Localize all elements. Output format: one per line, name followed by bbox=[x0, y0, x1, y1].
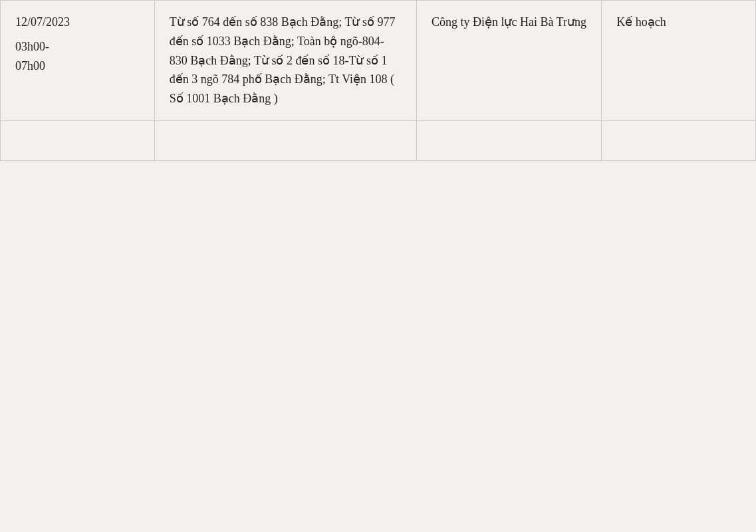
type-cell: Kế hoạch bbox=[602, 1, 756, 121]
company-value: Công ty Điện lực Hai Bà Trưng bbox=[432, 15, 586, 29]
company-cell: Công ty Điện lực Hai Bà Trưng bbox=[416, 1, 601, 121]
address-value: Từ số 764 đến số 838 Bạch Đằng; Từ số 97… bbox=[170, 15, 396, 105]
empty-cell-3 bbox=[416, 120, 601, 160]
time-value: 03h00-07h00 bbox=[15, 37, 140, 76]
table-row: 12/07/2023 03h00-07h00 Từ số 764 đến số … bbox=[1, 1, 756, 121]
empty-cell-2 bbox=[154, 120, 416, 160]
date-value: 12/07/2023 bbox=[15, 13, 140, 32]
type-value: Kế hoạch bbox=[616, 15, 666, 29]
main-table: 12/07/2023 03h00-07h00 Từ số 764 đến số … bbox=[0, 0, 756, 161]
empty-cell-1 bbox=[1, 120, 155, 160]
date-cell: 12/07/2023 03h00-07h00 bbox=[1, 1, 155, 121]
address-cell: Từ số 764 đến số 838 Bạch Đằng; Từ số 97… bbox=[154, 1, 416, 121]
empty-row bbox=[1, 120, 756, 160]
table-wrapper: 12/07/2023 03h00-07h00 Từ số 764 đến số … bbox=[0, 0, 756, 532]
empty-cell-4 bbox=[602, 120, 756, 160]
